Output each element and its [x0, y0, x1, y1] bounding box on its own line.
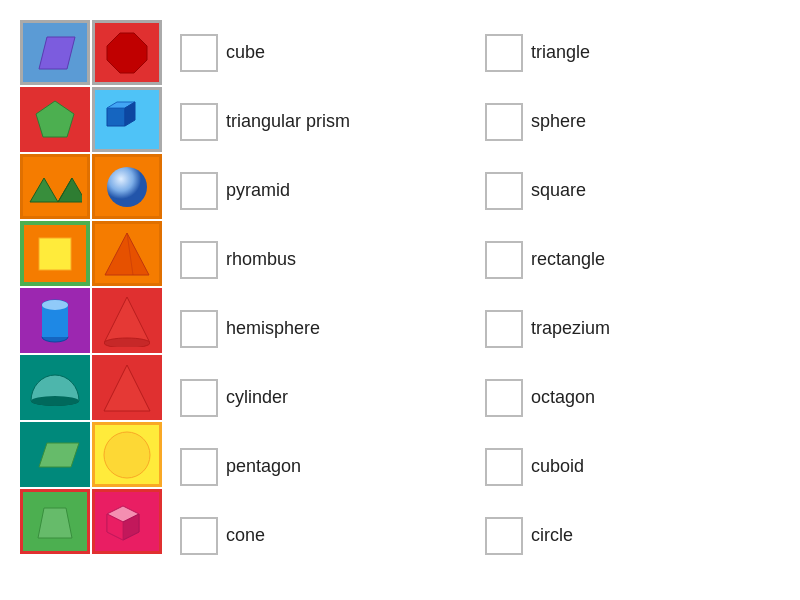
word-box-hemisphere[interactable]	[180, 310, 218, 348]
word-row-rectangle: rectangle	[485, 227, 780, 292]
word-row-triangular-prism: triangular prism	[180, 89, 475, 154]
word-label-triangle: triangle	[531, 42, 590, 63]
word-label-cone: cone	[226, 525, 265, 546]
word-box-triangular-prism[interactable]	[180, 103, 218, 141]
right-words-column: triangle sphere square rectangle trapezi…	[485, 20, 780, 568]
cell-green-prism[interactable]	[20, 154, 90, 219]
word-label-cylinder: cylinder	[226, 387, 288, 408]
word-label-cube: cube	[226, 42, 265, 63]
word-box-pyramid[interactable]	[180, 172, 218, 210]
word-row-cuboid: cuboid	[485, 434, 780, 499]
cell-green-trapezoid[interactable]	[20, 489, 90, 554]
cell-red-triangle[interactable]	[92, 355, 162, 420]
word-label-sphere: sphere	[531, 111, 586, 132]
svg-point-19	[104, 338, 150, 347]
word-label-rhombus: rhombus	[226, 249, 296, 270]
word-label-triangular-prism: triangular prism	[226, 111, 350, 132]
word-box-sphere[interactable]	[485, 103, 523, 141]
word-row-cone: cone	[180, 503, 475, 568]
words-section: cube triangular prism pyramid rhombus he…	[180, 20, 780, 568]
svg-marker-11	[105, 233, 149, 275]
word-box-cuboid[interactable]	[485, 448, 523, 486]
cell-orange-pyramid[interactable]	[92, 221, 162, 286]
word-row-cylinder: cylinder	[180, 365, 475, 430]
svg-point-17	[42, 300, 68, 310]
svg-marker-0	[39, 37, 75, 69]
word-row-pentagon: pentagon	[180, 434, 475, 499]
word-label-octagon: octagon	[531, 387, 595, 408]
word-box-rhombus[interactable]	[180, 241, 218, 279]
word-box-pentagon[interactable]	[180, 448, 218, 486]
word-label-cuboid: cuboid	[531, 456, 584, 477]
cell-blue-sphere[interactable]	[92, 154, 162, 219]
svg-marker-2	[36, 101, 74, 137]
svg-point-21	[31, 396, 79, 406]
cell-parallelogram-blue[interactable]	[20, 20, 90, 85]
left-words-column: cube triangular prism pyramid rhombus he…	[180, 20, 475, 568]
cell-pentagon-green[interactable]	[20, 87, 90, 152]
word-label-circle: circle	[531, 525, 573, 546]
cell-octagon-red[interactable]	[92, 20, 162, 85]
word-row-hemisphere: hemisphere	[180, 296, 475, 361]
svg-marker-18	[104, 297, 150, 343]
word-row-pyramid: pyramid	[180, 158, 475, 223]
word-row-rhombus: rhombus	[180, 227, 475, 292]
word-label-square: square	[531, 180, 586, 201]
word-box-octagon[interactable]	[485, 379, 523, 417]
image-grid	[20, 20, 162, 568]
word-box-square[interactable]	[485, 172, 523, 210]
svg-marker-1	[107, 33, 147, 73]
word-row-square: square	[485, 158, 780, 223]
word-box-cone[interactable]	[180, 517, 218, 555]
cell-green-parallelogram[interactable]	[20, 422, 90, 487]
main-container: cube triangular prism pyramid rhombus he…	[20, 20, 780, 568]
word-row-octagon: octagon	[485, 365, 780, 430]
word-box-circle[interactable]	[485, 517, 523, 555]
word-box-triangle[interactable]	[485, 34, 523, 72]
word-row-cube: cube	[180, 20, 475, 85]
word-label-hemisphere: hemisphere	[226, 318, 320, 339]
cell-yellow-square[interactable]	[20, 221, 90, 286]
cell-blue-cylinder[interactable]	[20, 288, 90, 353]
cell-teal-hemisphere[interactable]	[20, 355, 90, 420]
word-box-trapezium[interactable]	[485, 310, 523, 348]
svg-point-24	[104, 432, 150, 478]
cell-pink-cube[interactable]	[92, 489, 162, 554]
cell-red-cone[interactable]	[92, 288, 162, 353]
word-box-rectangle[interactable]	[485, 241, 523, 279]
svg-rect-10	[39, 238, 71, 270]
word-row-circle: circle	[485, 503, 780, 568]
cell-cuboid-blue[interactable]	[92, 87, 162, 152]
cell-yellow-circle[interactable]	[92, 422, 162, 487]
word-label-pentagon: pentagon	[226, 456, 301, 477]
word-label-rectangle: rectangle	[531, 249, 605, 270]
svg-point-9	[107, 167, 147, 207]
svg-marker-23	[39, 443, 79, 467]
word-box-cube[interactable]	[180, 34, 218, 72]
word-label-pyramid: pyramid	[226, 180, 290, 201]
word-row-triangle: triangle	[485, 20, 780, 85]
svg-marker-25	[38, 508, 72, 538]
word-box-cylinder[interactable]	[180, 379, 218, 417]
svg-marker-6	[30, 178, 58, 202]
svg-marker-3	[107, 108, 125, 126]
word-row-sphere: sphere	[485, 89, 780, 154]
word-label-trapezium: trapezium	[531, 318, 610, 339]
svg-marker-22	[104, 365, 150, 411]
word-row-trapezium: trapezium	[485, 296, 780, 361]
